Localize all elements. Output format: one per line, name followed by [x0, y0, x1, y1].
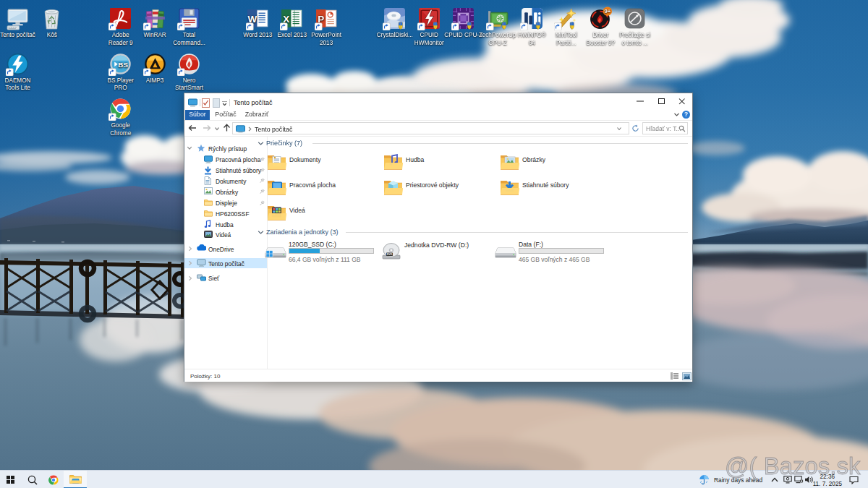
- svg-text:9+: 9+: [604, 8, 610, 14]
- svg-text:BS: BS: [119, 60, 129, 68]
- svg-text:DVD: DVD: [387, 253, 393, 256]
